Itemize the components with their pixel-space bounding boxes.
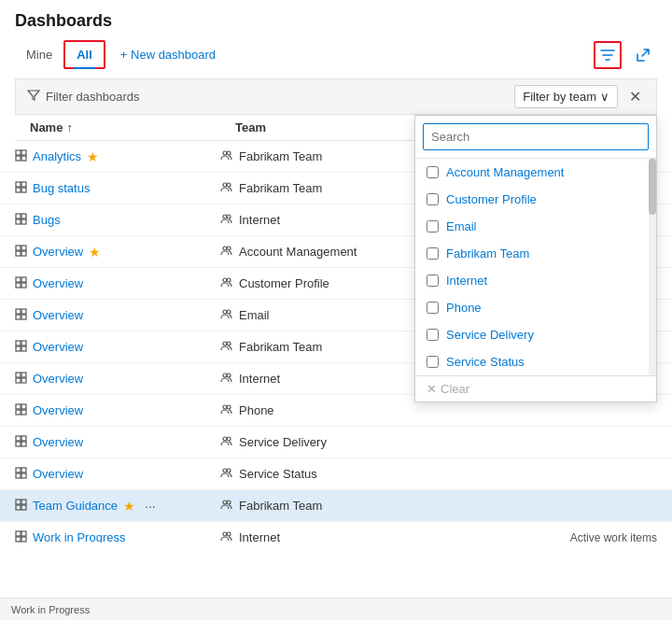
dropdown-item-checkbox[interactable]: [427, 275, 439, 287]
row-name-cell: Bug status: [15, 181, 220, 196]
team-icon: [220, 372, 233, 386]
row-name-cell: Overview: [15, 372, 220, 387]
dropdown-item-checkbox[interactable]: [427, 356, 439, 368]
svg-point-5: [227, 151, 231, 155]
svg-point-34: [223, 310, 227, 314]
team-name: Phone: [239, 403, 274, 417]
filter-by-team-button[interactable]: Filter by team ∨: [514, 85, 618, 108]
dropdown-item-label: Service Delivery: [446, 328, 534, 342]
star-icon[interactable]: ★: [123, 499, 135, 514]
svg-rect-48: [16, 404, 21, 409]
row-team-cell: Phone: [220, 403, 657, 417]
row-name-link[interactable]: Overview: [33, 245, 83, 259]
team-icon: [220, 530, 233, 542]
team-icon: [220, 467, 233, 481]
filter-funnel-icon: [27, 89, 40, 105]
dropdown-item-label: Service Status: [446, 355, 525, 369]
dropdown-item-checkbox[interactable]: [427, 329, 439, 341]
team-icon: [220, 435, 233, 449]
svg-rect-50: [16, 410, 21, 415]
dropdown-item-checkbox[interactable]: [427, 220, 439, 232]
dropdown-item-label: Account Management: [446, 165, 564, 179]
expand-icon-button[interactable]: [629, 41, 657, 69]
row-name-link[interactable]: Analytics: [33, 149, 81, 163]
col-name-header: Name ↑: [30, 120, 235, 134]
svg-rect-44: [16, 378, 21, 383]
dropdown-item[interactable]: Service Delivery: [415, 321, 656, 348]
dropdown-item[interactable]: Email: [415, 213, 656, 240]
dashboard-icon: [15, 435, 27, 450]
row-name-link[interactable]: Overview: [33, 372, 83, 386]
dashboard-icon: [15, 403, 27, 418]
dropdown-item[interactable]: Fabrikam Team: [415, 240, 656, 267]
svg-point-10: [223, 183, 227, 187]
team-name: Fabrikam Team: [239, 499, 322, 513]
dropdown-item[interactable]: Service Status: [415, 348, 656, 375]
team-icon: [220, 276, 233, 290]
table-row[interactable]: OverviewService Delivery: [0, 427, 672, 458]
row-team-cell: Service Status: [220, 467, 657, 481]
row-name-link[interactable]: Overview: [33, 435, 83, 449]
svg-rect-15: [21, 219, 26, 224]
dropdown-item-checkbox[interactable]: [427, 193, 439, 205]
svg-rect-69: [21, 505, 26, 510]
dropdown-search-input[interactable]: [423, 123, 649, 150]
dropdown-list: Account ManagementCustomer ProfileEmailF…: [415, 159, 656, 375]
dashboard-icon: [15, 245, 27, 260]
dropdown-item[interactable]: Phone: [415, 294, 656, 321]
row-extra: Active work items: [570, 531, 657, 543]
star-icon[interactable]: ★: [87, 149, 99, 164]
scrollbar-track: [649, 159, 656, 375]
row-name-cell: Overview★: [15, 245, 220, 260]
svg-rect-37: [21, 341, 26, 345]
row-name-link[interactable]: Overview: [33, 467, 83, 481]
table-row[interactable]: Work in ProgressInternetActive work item…: [0, 522, 672, 542]
svg-rect-3: [21, 156, 26, 161]
scrollbar-thumb[interactable]: [649, 159, 656, 215]
row-more-button[interactable]: ···: [141, 499, 160, 514]
dropdown-item[interactable]: Internet: [415, 267, 656, 294]
dropdown-item-checkbox[interactable]: [427, 302, 439, 314]
row-name-link[interactable]: Overview: [33, 308, 83, 322]
filter-icon-button[interactable]: [594, 41, 622, 69]
svg-rect-14: [16, 219, 21, 224]
filter-dashboards-label: Filter dashboards: [46, 90, 139, 104]
status-bar-text: Work in Progress: [11, 604, 90, 615]
star-icon[interactable]: ★: [89, 245, 101, 260]
dropdown-item[interactable]: Account Management: [415, 159, 656, 186]
dashboard-icon: [15, 308, 27, 323]
svg-rect-55: [21, 436, 26, 441]
svg-point-4: [223, 151, 227, 155]
dropdown-item-checkbox[interactable]: [427, 166, 439, 178]
row-name-link[interactable]: Bug status: [33, 181, 90, 195]
svg-rect-57: [21, 442, 26, 446]
svg-rect-39: [21, 346, 26, 351]
row-name-link[interactable]: Bugs: [33, 213, 61, 227]
filter-team-dropdown: Account ManagementCustomer ProfileEmailF…: [414, 115, 657, 402]
svg-point-16: [223, 215, 227, 218]
row-name-link[interactable]: Team Guidance: [33, 499, 118, 513]
svg-rect-56: [16, 442, 21, 446]
new-dashboard-button[interactable]: + New dashboard: [111, 44, 225, 65]
filter-by-team-label: Filter by team: [523, 90, 596, 104]
tab-mine[interactable]: Mine: [15, 42, 63, 67]
row-team-cell: Service Delivery: [220, 435, 657, 449]
svg-rect-21: [21, 251, 26, 256]
row-name-link[interactable]: Overview: [33, 340, 83, 354]
svg-point-52: [223, 405, 227, 409]
svg-rect-24: [16, 277, 21, 282]
team-name: Fabrikam Team: [239, 181, 322, 195]
row-name-link[interactable]: Overview: [33, 403, 83, 417]
row-name-link[interactable]: Overview: [33, 276, 83, 290]
svg-rect-26: [16, 283, 21, 288]
svg-rect-49: [21, 404, 26, 409]
close-filter-button[interactable]: ✕: [625, 86, 645, 107]
table-row[interactable]: Team Guidance★···Fabrikam Team: [0, 490, 672, 522]
tab-all[interactable]: All: [63, 40, 105, 69]
dropdown-item[interactable]: Customer Profile: [415, 186, 656, 213]
svg-rect-33: [21, 315, 26, 319]
dropdown-search-area: [415, 116, 656, 159]
dropdown-item-checkbox[interactable]: [427, 247, 439, 260]
table-row[interactable]: OverviewService Status: [0, 458, 672, 490]
row-name-link[interactable]: Work in Progress: [33, 530, 125, 542]
